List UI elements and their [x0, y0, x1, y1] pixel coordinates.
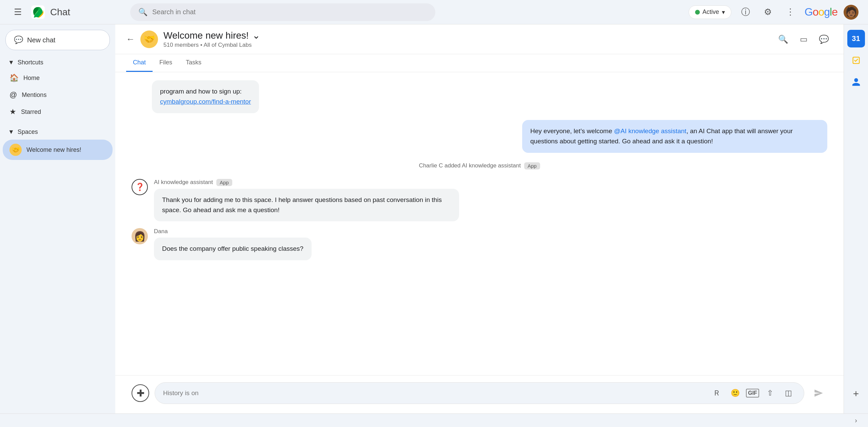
- ai-app-tag: App: [216, 179, 232, 186]
- chat-header-left: ← 🤝 Welcome new hires! ⌄ 510 members • A…: [126, 30, 768, 48]
- ai-msg-content: AI knowledge assistant App Thank you for…: [154, 179, 459, 222]
- welcome-space-label: Welcome new hires!: [26, 146, 81, 154]
- starred-label: Starred: [21, 108, 41, 116]
- add-widget-button[interactable]: +: [847, 385, 865, 403]
- spaces-label: Spaces: [18, 128, 38, 136]
- search-input[interactable]: [152, 8, 427, 16]
- top-bar-left: ☰ Chat: [9, 4, 125, 20]
- top-bar-right: Active ▾ ⓘ ⚙ ⋮ Google 🧑🏾: [689, 4, 859, 20]
- google-logo: Google: [805, 6, 837, 18]
- partial-text: program and how to sign up:: [160, 88, 242, 95]
- shortcuts-chevron-icon: ▼: [8, 59, 14, 66]
- org-name: All of Cymbal Labs: [203, 42, 252, 48]
- hamburger-menu-icon[interactable]: ☰: [9, 4, 26, 20]
- sidebar-item-starred[interactable]: ★ Starred: [3, 103, 113, 120]
- right-sidebar: 31 +: [844, 24, 868, 413]
- user-avatar[interactable]: 🧑🏾: [844, 5, 859, 20]
- dana-sender: Dana: [154, 228, 312, 235]
- app-tag-system: App: [524, 162, 540, 169]
- ai-message-bubble: Thank you for adding me to this space. I…: [154, 189, 459, 222]
- app-name-label: Chat: [50, 7, 70, 18]
- upload-icon[interactable]: ⇧: [763, 386, 777, 401]
- starred-icon: ★: [9, 107, 16, 116]
- chat-tabs: Chat Files Tasks: [115, 54, 844, 72]
- members-count: 510 members: [163, 42, 199, 48]
- chat-title-text: Welcome new hires!: [163, 30, 249, 41]
- message-bubble-partial: program and how to sign up: cymbalgroup.…: [152, 80, 259, 113]
- chat-subtitle: 510 members • All of Cymbal Labs: [163, 42, 260, 48]
- video-call-button[interactable]: ▭: [795, 30, 812, 48]
- shortcuts-header[interactable]: ▼ Shortcuts: [3, 56, 113, 69]
- ai-mention: @AI knowledge assistant: [614, 127, 687, 135]
- new-chat-button[interactable]: 💬 New chat: [5, 30, 110, 50]
- msg-prefix: Hey everyone, let’s welcome: [530, 127, 614, 135]
- chat-header: ← 🤝 Welcome new hires! ⌄ 510 members • A…: [115, 24, 844, 54]
- chat-header-info: Welcome new hires! ⌄ 510 members • All o…: [163, 30, 260, 48]
- chat-title[interactable]: Welcome new hires! ⌄: [163, 30, 260, 41]
- system-text: Charlie C added AI knowledge assistant: [419, 162, 521, 169]
- ai-sender-name: AI knowledge assistant: [154, 179, 213, 186]
- mentions-label: Mentions: [22, 92, 46, 99]
- sidebar-item-welcome-space[interactable]: 🤝 Welcome new hires!: [3, 140, 113, 160]
- tasks-icon[interactable]: [847, 52, 865, 69]
- dana-message-bubble: Does the company offer public speaking c…: [154, 238, 312, 260]
- calendar-icon[interactable]: 31: [847, 30, 865, 47]
- home-label: Home: [23, 75, 40, 82]
- input-actions: Ｒ 🙂 GIF ⇧ ◫: [709, 386, 796, 401]
- message-bubble-user: Hey everyone, let’s welcome @AI knowledg…: [522, 120, 827, 153]
- bottom-bar: ›: [0, 413, 868, 427]
- messages-area: program and how to sign up: cymbalgroup.…: [115, 72, 844, 375]
- chat-area: ← 🤝 Welcome new hires! ⌄ 510 members • A…: [115, 24, 844, 413]
- video-add-icon[interactable]: ◫: [781, 386, 796, 401]
- threads-button[interactable]: 💬: [815, 30, 833, 48]
- active-label: Active: [703, 8, 719, 16]
- gif-icon[interactable]: GIF: [746, 389, 759, 398]
- shortcuts-section: ▼ Shortcuts 🏠 Home @ Mentions ★ Starred: [0, 56, 115, 120]
- people-icon[interactable]: [847, 73, 865, 91]
- spaces-section-header[interactable]: ▼ Spaces: [0, 124, 115, 140]
- title-dropdown-icon: ⌄: [252, 30, 260, 41]
- chat-header-actions: 🔍 ▭ 💬: [774, 30, 833, 48]
- input-box[interactable]: Ｒ 🙂 GIF ⇧ ◫: [155, 382, 804, 404]
- emoji-icon[interactable]: 🙂: [728, 386, 743, 401]
- send-button[interactable]: [810, 384, 827, 402]
- search-chat-button[interactable]: 🔍: [774, 30, 792, 48]
- settings-icon[interactable]: ⚙: [760, 4, 776, 20]
- tab-chat[interactable]: Chat: [126, 54, 153, 72]
- active-chevron-icon: ▾: [722, 8, 725, 16]
- add-attachment-button[interactable]: ✚: [132, 384, 149, 402]
- input-area: ✚ Ｒ 🙂 GIF ⇧ ◫: [115, 375, 844, 413]
- tab-tasks[interactable]: Tasks: [179, 54, 208, 72]
- help-icon[interactable]: ⓘ: [737, 4, 754, 20]
- app-logo: [31, 5, 45, 20]
- sidebar-item-home[interactable]: 🏠 Home: [3, 69, 113, 86]
- tab-files[interactable]: Files: [153, 54, 179, 72]
- home-icon: 🏠: [9, 74, 19, 82]
- spaces-list: 🤝 Welcome new hires!: [0, 140, 115, 160]
- active-status-badge[interactable]: Active ▾: [689, 5, 731, 19]
- add-widget-area: +: [847, 385, 865, 403]
- message-input[interactable]: [163, 389, 704, 397]
- message-group-user: Hey everyone, let’s welcome @AI knowledg…: [132, 120, 827, 153]
- dana-msg-content: Dana Does the company offer public speak…: [154, 228, 312, 260]
- format-text-icon[interactable]: Ｒ: [709, 386, 724, 401]
- dana-avatar: 👩: [132, 228, 148, 244]
- active-dot: [695, 10, 700, 15]
- bottom-chevron-icon[interactable]: ›: [855, 416, 857, 424]
- welcome-space-emoji: 🤝: [9, 144, 22, 156]
- sidebar-item-mentions[interactable]: @ Mentions: [3, 86, 113, 103]
- sidebar: 💬 New chat ▼ Shortcuts 🏠 Home @ Mentions…: [0, 24, 115, 413]
- message-group-partial: program and how to sign up: cymbalgroup.…: [132, 80, 827, 113]
- top-bar: ☰ Chat 🔍 Active ▾ ⓘ ⚙ ⋮ Go: [0, 0, 868, 24]
- apps-grid-icon[interactable]: ⋮: [782, 4, 798, 20]
- dana-message-row: 👩 Dana Does the company offer public spe…: [132, 228, 827, 260]
- dana-sender-name: Dana: [154, 228, 168, 235]
- main-layout: 💬 New chat ▼ Shortcuts 🏠 Home @ Mentions…: [0, 24, 868, 413]
- new-chat-label: New chat: [27, 36, 55, 44]
- back-button[interactable]: ←: [126, 34, 135, 44]
- mentor-link[interactable]: cymbalgroup.com/find-a-mentor: [160, 98, 251, 105]
- ai-avatar: ❓: [132, 179, 148, 195]
- ai-message-row: ❓ AI knowledge assistant App Thank you f…: [132, 179, 827, 222]
- new-chat-icon: 💬: [14, 36, 23, 44]
- search-bar[interactable]: 🔍: [130, 3, 435, 21]
